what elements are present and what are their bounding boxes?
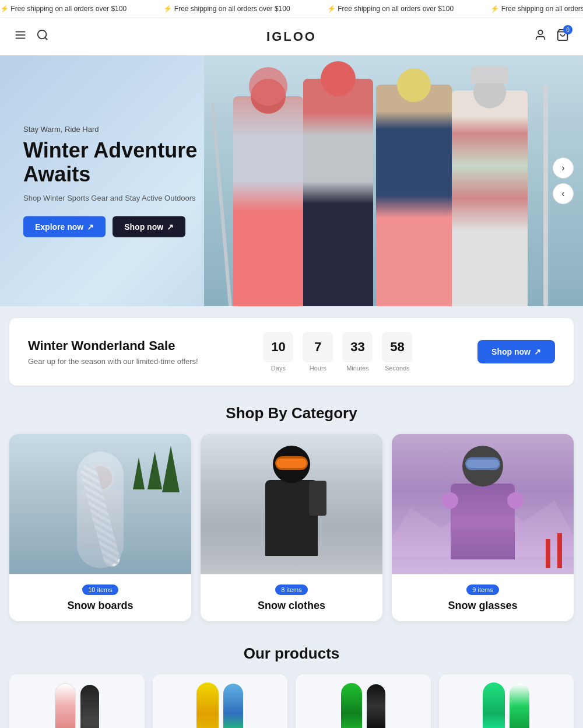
products-title: Our products [0, 645, 583, 663]
arrow-icon: ↗ [87, 222, 94, 231]
announcement-text: ⚡ Free shipping on all orders over $100 [163, 5, 290, 13]
search-icon[interactable] [36, 29, 49, 44]
svg-point-3 [38, 30, 47, 39]
seconds-value: 58 [382, 332, 412, 362]
sale-text: Winter Wonderland Sale Gear up for the s… [28, 338, 198, 366]
sale-shop-now-button[interactable]: Shop now ↗ [477, 340, 555, 363]
categories-title: Shop By Category [0, 404, 583, 422]
countdown-hours: 7 Hours [303, 332, 333, 372]
category-image-clothes [201, 434, 382, 574]
account-icon[interactable] [534, 29, 547, 44]
sale-btn-label: Shop now [491, 347, 531, 356]
hero-bg [204, 55, 583, 306]
category-card-snowboards[interactable]: 10 items Snow boards [9, 434, 191, 621]
hero-buttons: Explore now ↗ Shop now ↗ [23, 216, 222, 237]
snowboard-visual [80, 685, 99, 729]
countdown-minutes: 33 Minutes [342, 332, 373, 372]
category-card-glasses[interactable]: 9 items Snow glasses [392, 434, 574, 621]
hero-section: Stay Warm, Ride Hard Winter Adventure Aw… [0, 55, 583, 306]
sale-description: Gear up for the season with our limited-… [28, 357, 198, 366]
minutes-value: 33 [342, 332, 373, 362]
hero-content: Stay Warm, Ride Hard Winter Adventure Aw… [23, 125, 222, 237]
header-left [14, 29, 49, 44]
days-value: 10 [263, 332, 293, 362]
minutes-label: Minutes [346, 365, 369, 372]
category-grid: 10 items Snow boards [0, 434, 583, 621]
category-info-clothes: 8 items Snow clothes [201, 574, 382, 621]
product-image-1 [9, 674, 145, 728]
sale-banner: Winter Wonderland Sale Gear up for the s… [9, 318, 574, 386]
countdown-seconds: 58 Seconds [382, 332, 412, 372]
hours-value: 7 [303, 332, 333, 362]
sale-title: Winter Wonderland Sale [28, 338, 198, 354]
shop-now-button[interactable]: Shop now ↗ [113, 216, 185, 237]
snowboard-visual [196, 682, 219, 728]
product-image-3 [296, 674, 431, 728]
clothes-badge: 8 items [275, 584, 307, 595]
hero-navigation: › ‹ [553, 158, 574, 204]
hero-title: Winter Adventure Awaits [23, 138, 222, 187]
product-card-1[interactable] [9, 674, 145, 728]
clothes-name: Snow clothes [210, 600, 373, 612]
snowboard-visual [223, 684, 243, 728]
hero-next-button[interactable]: › [553, 158, 574, 178]
arrow-icon: ↗ [167, 222, 174, 231]
announcement-text: ⚡ Free shipping on all orders over $100 [327, 5, 454, 13]
product-card-2[interactable] [153, 674, 288, 728]
hero-subtitle: Shop Winter Sports Gear and Stay Active … [23, 193, 222, 202]
countdown-days: 10 Days [263, 332, 293, 372]
announcement-text: ⚡ Free shipping on all orders over $100 [490, 5, 583, 13]
product-card-3[interactable] [296, 674, 431, 728]
products-section [0, 674, 583, 728]
site-logo[interactable]: IGLOO [266, 29, 317, 44]
cart-icon[interactable]: 0 [556, 29, 569, 44]
announcement-bar: ⚡ Free shipping on all orders over $100 … [0, 0, 583, 18]
category-image-snowboards [9, 434, 191, 574]
hours-label: Hours [310, 365, 326, 372]
category-info-glasses: 9 items Snow glasses [392, 574, 574, 621]
announcement-text: ⚡ Free shipping on all orders over $100 [0, 5, 127, 13]
product-card-4[interactable] [439, 674, 574, 728]
snowboard-visual [367, 684, 385, 728]
category-info-snowboards: 10 items Snow boards [9, 574, 191, 621]
product-image-2 [153, 674, 288, 728]
products-grid [9, 674, 574, 728]
hero-eyebrow: Stay Warm, Ride Hard [23, 125, 222, 134]
header-right: 0 [534, 29, 569, 44]
snowboard-visual [510, 684, 529, 728]
svg-line-4 [45, 37, 47, 40]
category-image-glasses [392, 434, 574, 574]
explore-now-button[interactable]: Explore now ↗ [23, 216, 106, 237]
snowboards-name: Snow boards [19, 600, 182, 612]
hero-prev-button[interactable]: ‹ [553, 183, 574, 204]
header: IGLOO 0 [0, 18, 583, 55]
arrow-icon: ↗ [534, 347, 541, 356]
menu-icon[interactable] [14, 29, 27, 44]
category-card-clothes[interactable]: 8 items Snow clothes [201, 434, 382, 621]
cart-badge: 0 [563, 25, 573, 34]
glasses-badge: 9 items [466, 584, 498, 595]
countdown: 10 Days 7 Hours 33 Minutes 58 Seconds [263, 332, 412, 372]
snowboard-visual [55, 683, 76, 728]
product-image-4 [439, 674, 574, 728]
glasses-name: Snow glasses [401, 600, 564, 612]
snowboards-badge: 10 items [82, 584, 118, 595]
seconds-label: Seconds [385, 365, 410, 372]
snowboard-visual [483, 682, 505, 728]
days-label: Days [271, 365, 286, 372]
hero-image [204, 55, 583, 306]
snowboard-visual [341, 683, 362, 728]
svg-point-5 [538, 30, 542, 34]
